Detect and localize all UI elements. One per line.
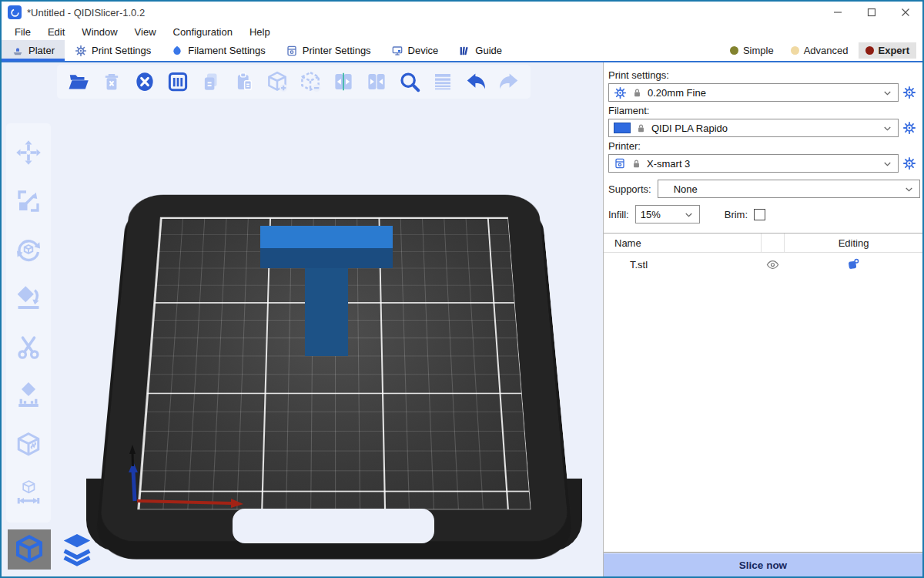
menu-configuration[interactable]: Configuration: [165, 25, 241, 39]
printer-combo[interactable]: X-smart 3: [608, 154, 899, 173]
paint-supports-button[interactable]: [15, 382, 42, 410]
copy-button[interactable]: [197, 68, 225, 96]
view-3d-cube-icon: [13, 533, 45, 566]
delete-all-icon: [133, 70, 156, 93]
printer-icon: [614, 157, 626, 170]
tab-print-settings[interactable]: Print Settings: [65, 40, 161, 61]
close-icon: [901, 8, 910, 17]
infill-combo[interactable]: 15%: [635, 205, 700, 223]
brim-checkbox[interactable]: [754, 209, 765, 220]
split-to-objects-button[interactable]: [330, 68, 357, 96]
bed-handle-notch: [233, 509, 434, 543]
minimize-icon: [833, 8, 842, 17]
layers-icon: [431, 70, 454, 93]
menu-window[interactable]: Window: [73, 25, 126, 39]
tab-guide[interactable]: Guide: [448, 40, 512, 61]
view-preview-button[interactable]: [55, 529, 99, 570]
measure-icon: [15, 478, 42, 509]
printer-value: X-smart 3: [647, 158, 877, 170]
undo-icon: [464, 70, 487, 93]
eye-icon[interactable]: [766, 258, 779, 271]
view-3d-editor-button[interactable]: [8, 529, 51, 570]
copy-icon: [199, 70, 223, 93]
measure-button[interactable]: [15, 479, 42, 507]
scene: [2, 62, 603, 576]
paste-button[interactable]: [230, 68, 258, 96]
supports-label: Supports:: [608, 183, 651, 195]
gear-icon: [902, 86, 916, 99]
scale-icon: [15, 186, 42, 217]
delete-all-button[interactable]: [131, 68, 159, 96]
chevron-down-icon: [882, 123, 893, 134]
device-icon: [391, 45, 403, 57]
supports-combo[interactable]: None: [658, 180, 920, 198]
preview-layers-icon: [59, 532, 95, 567]
edit-object-icon[interactable]: [846, 257, 860, 271]
chevron-down-icon: [903, 183, 915, 195]
rotate-button[interactable]: [15, 236, 42, 264]
open-button[interactable]: [65, 68, 92, 96]
search-button[interactable]: [396, 68, 424, 96]
mode-switch: Simple Advanced Expert: [723, 40, 922, 61]
menu-edit[interactable]: Edit: [39, 25, 73, 39]
mode-expert[interactable]: Expert: [859, 42, 916, 59]
menu-help[interactable]: Help: [241, 25, 279, 39]
print-settings-combo[interactable]: 0.20mm Fine: [608, 83, 899, 102]
move-button[interactable]: [15, 139, 42, 166]
redo-icon: [497, 70, 521, 93]
mode-advanced[interactable]: Advanced: [784, 42, 855, 59]
print-settings-gear-button[interactable]: [902, 85, 918, 100]
filament-icon: [171, 45, 183, 57]
minimize-button[interactable]: [821, 2, 855, 23]
search-icon: [398, 70, 421, 93]
tab-plater[interactable]: Plater: [2, 40, 65, 61]
paste-icon: [233, 70, 256, 93]
seam-painting-button[interactable]: [15, 431, 42, 459]
redo-button[interactable]: [495, 68, 523, 96]
gear-icon: [902, 156, 916, 170]
mode-simple[interactable]: Simple: [723, 42, 781, 59]
app-icon: [8, 5, 22, 19]
table-row[interactable]: T.stl: [604, 253, 922, 276]
tab-filament-settings[interactable]: Filament Settings: [161, 40, 275, 61]
place-on-face-button[interactable]: [15, 284, 42, 312]
column-visibility: [761, 234, 784, 252]
title-bar: *Untitled - QIDISlicer-1.0.2: [2, 2, 922, 23]
maximize-button[interactable]: [855, 2, 889, 23]
delete-button[interactable]: [98, 68, 126, 96]
model-t-front-face[interactable]: [260, 248, 393, 268]
cut-button[interactable]: [15, 334, 42, 361]
close-button[interactable]: [889, 2, 922, 23]
tab-bar: Plater Print Settings Filament Settings …: [2, 40, 922, 62]
gear-icon: [614, 86, 627, 99]
tab-printer-settings[interactable]: Printer Settings: [276, 40, 381, 61]
scale-button[interactable]: [15, 187, 42, 215]
slice-now-button[interactable]: Slice now: [604, 553, 922, 576]
remove-instance-button[interactable]: [296, 68, 324, 96]
advanced-dot-icon: [791, 46, 799, 55]
print-settings-value: 0.20mm Fine: [648, 87, 877, 99]
model-t-stem[interactable]: [305, 268, 348, 356]
maximize-icon: [867, 8, 876, 17]
add-instance-button[interactable]: [263, 68, 291, 96]
column-editing: Editing: [784, 234, 922, 252]
model-t-top-face[interactable]: [260, 226, 393, 248]
simple-dot-icon: [730, 46, 738, 55]
view-mode-switch: [8, 529, 99, 570]
lock-icon: [635, 123, 647, 134]
variable-layer-height-button[interactable]: [429, 68, 457, 96]
place-on-face-icon: [15, 283, 42, 314]
menu-file[interactable]: File: [6, 25, 39, 39]
add-instance-icon: [266, 70, 289, 93]
printer-gear-button[interactable]: [902, 156, 918, 171]
filament-gear-button[interactable]: [902, 120, 918, 136]
top-toolbar: [57, 65, 531, 99]
arrange-button[interactable]: [164, 68, 192, 96]
menu-view[interactable]: View: [126, 25, 165, 39]
filament-label: Filament:: [608, 105, 918, 116]
split-to-parts-button[interactable]: [363, 68, 390, 96]
undo-button[interactable]: [462, 68, 490, 96]
filament-combo[interactable]: QIDI PLA Rapido: [608, 119, 899, 137]
tab-device[interactable]: Device: [381, 40, 449, 61]
column-name: Name: [604, 237, 761, 249]
